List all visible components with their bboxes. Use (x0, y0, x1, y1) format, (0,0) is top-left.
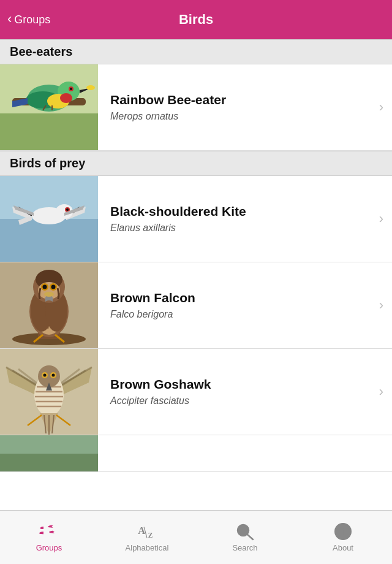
common-name: Brown Goshawk (110, 377, 372, 392)
content-area: Bee-eaters (0, 39, 392, 510)
tab-about[interactable]: i About (294, 511, 392, 564)
groups-icon (38, 522, 60, 541)
scientific-name: Accipiter fasciatus (110, 395, 372, 406)
page-title: Birds (179, 12, 213, 28)
scientific-name: Merops ornatus (110, 111, 372, 122)
svg-point-8 (70, 88, 72, 90)
svg-line-86 (247, 535, 253, 539)
svg-rect-81 (0, 454, 98, 472)
tab-search[interactable]: Search (196, 511, 294, 564)
partial-bird-thumbnail (0, 435, 98, 472)
tab-search-label: Search (232, 543, 257, 552)
svg-point-25 (66, 208, 69, 211)
item-text: Brown Goshawk Accipiter fasciatus (98, 367, 379, 416)
svg-point-6 (86, 85, 95, 90)
svg-text:Z: Z (148, 532, 153, 539)
svg-text:A: A (138, 525, 145, 536)
item-text: Rainbow Bee-eater Merops ornatus (98, 83, 379, 132)
bird-thumbnail (0, 64, 98, 150)
app-header: ‹ Groups Birds (0, 0, 392, 39)
back-label: Groups (14, 13, 50, 26)
back-button[interactable]: ‹ Groups (7, 12, 50, 27)
chevron-right-icon: › (379, 99, 392, 115)
tab-groups-label: Groups (36, 543, 62, 552)
bird-thumbnail (0, 349, 98, 435)
scientific-name: Elanus axillaris (110, 223, 372, 234)
search-icon (234, 522, 256, 541)
info-icon: i (332, 522, 354, 541)
list-item[interactable]: Black-shouldered Kite Elanus axillaris › (0, 176, 392, 262)
chevron-right-icon: › (379, 297, 392, 313)
svg-point-77 (52, 374, 55, 377)
common-name: Rainbow Bee-eater (110, 93, 372, 107)
az-icon: A Z (136, 522, 158, 541)
svg-point-48 (44, 292, 54, 297)
chevron-right-icon: › (379, 211, 392, 227)
chevron-right-icon: › (379, 384, 392, 400)
item-text: Brown Falcon Falco berigora (98, 281, 379, 330)
tab-bar: Groups A Z Alphabetical Search i (0, 510, 392, 564)
tab-alphabetical-label: Alphabetical (126, 543, 169, 552)
svg-point-45 (43, 285, 47, 289)
svg-rect-17 (0, 219, 98, 262)
section-header-birds-of-prey: Birds of prey (0, 151, 392, 176)
item-text: Black-shouldered Kite Elanus axillaris (98, 194, 379, 243)
svg-point-75 (43, 374, 47, 377)
list-item[interactable]: Rainbow Bee-eater Merops ornatus › (0, 64, 392, 151)
common-name: Black-shouldered Kite (110, 204, 372, 219)
svg-point-12 (60, 93, 72, 103)
svg-text:i: i (341, 527, 344, 537)
section-header-bee-eaters: Bee-eaters (0, 39, 392, 64)
list-item[interactable]: Brown Falcon Falco berigora › (0, 262, 392, 349)
scientific-name: Falco berigora (110, 309, 372, 320)
svg-point-47 (51, 285, 56, 289)
common-name: Brown Falcon (110, 291, 372, 305)
tab-alphabetical[interactable]: A Z Alphabetical (98, 511, 196, 564)
bird-thumbnail (0, 176, 98, 262)
list-item-partial (0, 435, 392, 472)
tab-groups[interactable]: Groups (0, 511, 98, 564)
tab-about-label: About (333, 543, 353, 552)
back-chevron-icon: ‹ (7, 11, 12, 27)
bird-thumbnail (0, 262, 98, 348)
list-item[interactable]: Brown Goshawk Accipiter fasciatus › (0, 349, 392, 435)
svg-rect-1 (0, 113, 98, 150)
